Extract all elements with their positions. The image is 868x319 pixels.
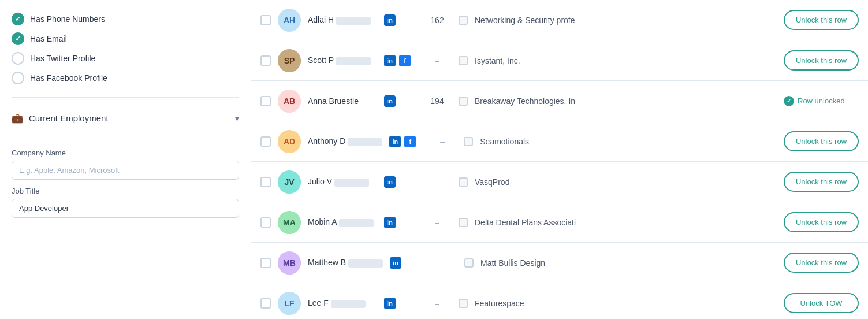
social-icons: in bbox=[384, 298, 416, 309]
sidebar-divider bbox=[12, 97, 239, 98]
connection-count: – bbox=[423, 299, 452, 308]
connection-count: 162 bbox=[423, 16, 452, 25]
svg-text:SP: SP bbox=[284, 56, 295, 65]
filter-item-email[interactable]: Has Email bbox=[12, 29, 239, 49]
social-icons: in bbox=[384, 95, 416, 107]
unlock-row-button[interactable]: Unlock this row bbox=[784, 212, 859, 232]
avatar: JV bbox=[278, 170, 301, 194]
connection-count: – bbox=[423, 56, 452, 65]
toggle-facebook[interactable] bbox=[12, 72, 24, 84]
unlock-row-button[interactable]: Unlock this row bbox=[784, 131, 859, 151]
linkedin-icon[interactable]: in bbox=[384, 298, 396, 309]
extra-checkbox[interactable] bbox=[459, 97, 468, 106]
current-employment-section[interactable]: 💼 Current Employment ▾ bbox=[12, 107, 239, 129]
social-icons: in bbox=[390, 257, 422, 269]
svg-text:MB: MB bbox=[283, 258, 296, 268]
avatar: MA bbox=[278, 211, 301, 234]
svg-text:AD: AD bbox=[284, 137, 295, 146]
social-icons: inf bbox=[384, 55, 416, 66]
unlock-row-button[interactable]: Unlock TOW bbox=[784, 293, 859, 313]
linkedin-icon[interactable]: in bbox=[384, 14, 396, 26]
connection-count: – bbox=[423, 177, 452, 187]
table-row: MA Mobin A ▓▓▓▓in–Delta Dental Plans Ass… bbox=[251, 202, 868, 243]
social-icons: in bbox=[384, 176, 416, 188]
person-name: Lee F ▓▓▓▓ bbox=[308, 298, 377, 307]
sidebar: Has Phone NumbersHas EmailHas Twitter Pr… bbox=[0, 0, 251, 319]
section-title: Current Employment bbox=[29, 113, 109, 123]
avatar: MB bbox=[278, 251, 301, 275]
row-select-checkbox[interactable] bbox=[260, 177, 271, 187]
name-blurred: ▓▓▓▓▓▓ bbox=[336, 57, 371, 65]
svg-text:MA: MA bbox=[283, 218, 296, 227]
linkedin-icon[interactable]: in bbox=[390, 257, 401, 269]
person-name: Anna Bruestle bbox=[308, 97, 377, 106]
company-name: Matt Bullis Design bbox=[480, 258, 777, 268]
row-select-checkbox[interactable] bbox=[260, 136, 271, 147]
filter-item-phone[interactable]: Has Phone Numbers bbox=[12, 9, 239, 29]
company-name: Featurespace bbox=[475, 299, 777, 308]
extra-checkbox[interactable] bbox=[464, 137, 473, 146]
row-select-checkbox[interactable] bbox=[260, 15, 271, 25]
unlock-row-button[interactable]: Unlock this row bbox=[784, 253, 859, 273]
person-name: Julio V ▓▓▓▓▓ bbox=[308, 177, 377, 186]
avatar: SP bbox=[278, 49, 301, 72]
row-select-checkbox[interactable] bbox=[260, 298, 271, 309]
filter-label-phone: Has Phone Numbers bbox=[30, 14, 105, 24]
row-select-checkbox[interactable] bbox=[260, 258, 271, 268]
toggle-twitter[interactable] bbox=[12, 52, 24, 65]
facebook-icon[interactable]: f bbox=[399, 55, 411, 66]
unlock-row-button[interactable]: Unlock this row bbox=[784, 172, 859, 192]
facebook-icon[interactable]: f bbox=[404, 136, 416, 147]
social-icons: in bbox=[384, 14, 416, 26]
connection-count: – bbox=[423, 218, 452, 227]
company-name-label: Company Name bbox=[12, 149, 239, 157]
table-row: SP Scott P ▓▓▓▓▓▓inf–Isystant, Inc.Unloc… bbox=[251, 40, 868, 81]
linkedin-icon[interactable]: in bbox=[384, 95, 396, 107]
job-title-label: Job Title bbox=[12, 187, 239, 195]
linkedin-icon[interactable]: in bbox=[389, 136, 401, 147]
company-name-group: Company Name bbox=[12, 149, 239, 180]
extra-checkbox[interactable] bbox=[459, 56, 468, 65]
row-select-checkbox[interactable] bbox=[260, 96, 271, 106]
person-name: Anthony D ▓▓▓▓▓▓ bbox=[308, 136, 382, 146]
person-name: Matthew B ▓▓▓▓▓ bbox=[308, 258, 383, 267]
extra-checkbox[interactable] bbox=[459, 16, 468, 25]
chevron-down-icon: ▾ bbox=[235, 114, 239, 123]
extra-checkbox[interactable] bbox=[459, 218, 468, 227]
table-row: AHAdlai H ▓▓▓▓▓▓in162Networking & Securi… bbox=[251, 0, 868, 40]
company-name-input[interactable] bbox=[12, 161, 239, 180]
row-select-checkbox[interactable] bbox=[260, 217, 271, 228]
linkedin-icon[interactable]: in bbox=[384, 55, 396, 66]
extra-checkbox[interactable] bbox=[459, 299, 468, 308]
extra-checkbox[interactable] bbox=[464, 258, 474, 268]
linkedin-icon[interactable]: in bbox=[384, 217, 396, 228]
row-select-checkbox[interactable] bbox=[260, 55, 271, 66]
section-header-left: 💼 Current Employment bbox=[12, 113, 109, 124]
social-icons: inf bbox=[389, 136, 421, 147]
job-title-input[interactable] bbox=[12, 199, 239, 218]
extra-checkbox[interactable] bbox=[459, 177, 468, 187]
name-blurred: ▓▓▓▓▓▓ bbox=[336, 17, 371, 25]
company-name: Seamotionals bbox=[480, 137, 777, 146]
name-blurred: ▓▓▓▓ bbox=[339, 219, 374, 227]
linkedin-icon[interactable]: in bbox=[384, 176, 396, 188]
unlock-row-button[interactable]: Unlock this row bbox=[784, 10, 859, 30]
table-row: AD Anthony D ▓▓▓▓▓▓inf–SeamotionalsUnloc… bbox=[251, 121, 868, 162]
svg-text:LF: LF bbox=[284, 299, 295, 308]
person-name: Adlai H ▓▓▓▓▓▓ bbox=[308, 15, 377, 24]
section-divider bbox=[12, 139, 239, 139]
name-blurred: ▓▓▓▓▓ bbox=[348, 259, 383, 268]
toggle-phone[interactable] bbox=[12, 13, 24, 25]
table-row: LF Lee F ▓▓▓▓in–FeaturespaceUnlock TOW bbox=[251, 283, 868, 319]
filter-item-facebook[interactable]: Has Facebook Profile bbox=[12, 68, 239, 88]
unlock-row-button[interactable]: Unlock this row bbox=[784, 50, 859, 71]
company-name: Delta Dental Plans Associati bbox=[475, 218, 777, 227]
avatar: AH bbox=[278, 9, 301, 32]
filter-label-twitter: Has Twitter Profile bbox=[30, 54, 95, 63]
toggle-email[interactable] bbox=[12, 32, 24, 45]
filter-item-twitter[interactable]: Has Twitter Profile bbox=[12, 49, 239, 68]
filter-label-email: Has Email bbox=[30, 34, 67, 43]
filter-label-facebook: Has Facebook Profile bbox=[30, 73, 107, 83]
table-row: MB Matthew B ▓▓▓▓▓in–Matt Bullis DesignU… bbox=[251, 243, 868, 283]
avatar: LF bbox=[278, 292, 301, 315]
